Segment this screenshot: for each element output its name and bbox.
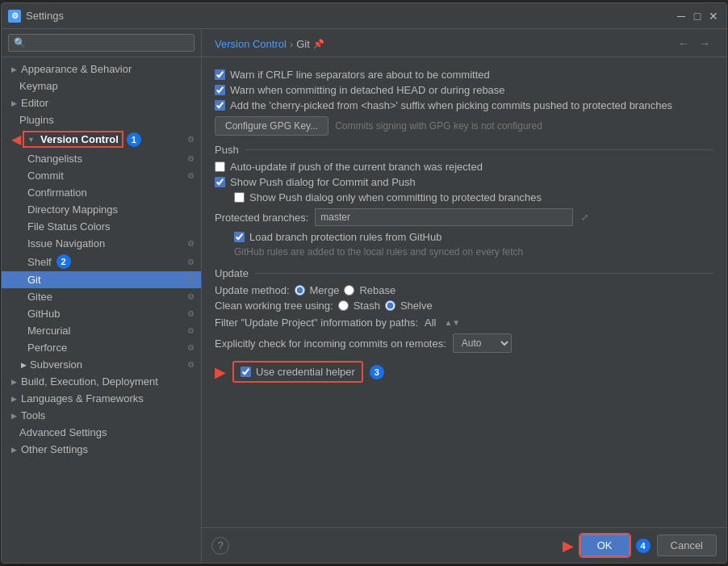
settings-icon: ⚙	[187, 239, 195, 248]
sidebar-item-label: Commit	[27, 170, 64, 182]
sidebar-item-keymap[interactable]: Keymap	[2, 78, 201, 94]
load-protection-checkbox[interactable]	[234, 232, 245, 242]
sidebar-item-github[interactable]: GitHub ⚙	[2, 305, 201, 322]
protected-branches-input[interactable]	[315, 208, 573, 226]
load-protection-sub: GitHub rules are added to the local rule…	[215, 246, 713, 258]
cancel-button[interactable]: Cancel	[657, 535, 717, 556]
sidebar-item-label: Issue Navigation	[27, 237, 105, 249]
incoming-row: Explicitly check for incoming commits on…	[215, 333, 713, 353]
show-push-dialog-row: Show Push dialog for Commit and Push	[215, 176, 713, 188]
maximize-button[interactable]: □	[691, 10, 704, 23]
shelve-label: Shelve	[400, 300, 433, 312]
sidebar-item-label: Version Control	[40, 133, 119, 145]
settings-icon: ⚙	[187, 135, 195, 144]
show-push-dialog-label: Show Push dialog for Commit and Push	[230, 176, 416, 188]
auto-update-checkbox[interactable]	[215, 161, 225, 172]
sidebar-item-gitee[interactable]: Gitee ⚙	[2, 288, 201, 305]
sidebar-item-appearance[interactable]: ▶ Appearance & Behavior	[2, 61, 201, 78]
settings-icon: ⚙	[187, 275, 195, 284]
sidebar-item-file-status[interactable]: File Status Colors	[2, 218, 201, 235]
sidebar-item-build[interactable]: ▶ Build, Execution, Deployment	[2, 373, 201, 390]
expand-icon: ▶	[11, 65, 21, 73]
cherry-pick-label: Add the 'cherry-picked from <hash>' suff…	[230, 99, 672, 111]
sidebar-item-label: Keymap	[19, 80, 58, 92]
annotation-badge-1: 1	[127, 132, 141, 147]
forward-button[interactable]: →	[696, 36, 713, 52]
warn-crlf-checkbox[interactable]	[215, 69, 225, 80]
sidebar-item-label: Directory Mappings	[27, 203, 118, 216]
close-button[interactable]: ✕	[707, 10, 720, 23]
sidebar-item-issue-navigation[interactable]: Issue Navigation ⚙	[2, 235, 201, 252]
merge-label: Merge	[310, 284, 340, 296]
settings-icon: ⚙	[187, 343, 195, 352]
warn-crlf-label: Warn if CRLF line separators are about t…	[230, 69, 490, 81]
update-method-label: Update method:	[215, 284, 290, 296]
help-button[interactable]: ?	[211, 537, 229, 555]
shelve-radio[interactable]	[385, 300, 395, 311]
annotation-arrow-4: ▶	[563, 537, 574, 555]
annotation-badge-2: 2	[56, 254, 71, 269]
sidebar-item-label: Confirmation	[27, 187, 87, 199]
sidebar-item-shelf[interactable]: Shelf 2 ⚙	[2, 252, 201, 271]
sidebar-item-changelists[interactable]: Changelists ⚙	[2, 150, 201, 167]
clean-working-tree-row: Clean working tree using: Stash Shelve	[215, 300, 713, 312]
bottom-bar: ? ▶ OK 4 Cancel	[202, 527, 726, 563]
sidebar-item-label: Mercurial	[27, 325, 70, 337]
sidebar-item-version-control[interactable]: ◀ ▼ Version Control 1 ⚙	[2, 128, 201, 150]
sidebar-item-advanced[interactable]: Advanced Settings	[2, 424, 201, 441]
stash-radio[interactable]	[338, 300, 349, 311]
settings-icon: ⚙	[187, 171, 195, 180]
sidebar-item-perforce[interactable]: Perforce ⚙	[2, 339, 201, 356]
load-protection-label: Load branch protection rules from GitHub	[249, 231, 441, 243]
configure-gpg-button[interactable]: Configure GPG Key...	[215, 116, 328, 136]
annotation-badge-3: 3	[370, 365, 384, 379]
gpg-status-text: Commits signing with GPG key is not conf…	[335, 120, 542, 132]
annotation-badge-4: 4	[636, 539, 651, 553]
sidebar-item-plugins[interactable]: Plugins	[2, 111, 201, 128]
sidebar-item-editor[interactable]: ▶ Editor	[2, 94, 201, 111]
breadcrumb-current: Git	[296, 38, 310, 50]
sidebar-item-label: Plugins	[19, 114, 54, 126]
push-section-label: Push	[215, 144, 239, 156]
sidebar-item-git[interactable]: Git ⚙	[2, 271, 201, 288]
breadcrumb: Version Control › Git 📌	[215, 38, 324, 50]
expand-icon: ▶	[21, 361, 27, 369]
sidebar-item-mercurial[interactable]: Mercurial ⚙	[2, 322, 201, 339]
filter-label: Filter "Update Project" information by p…	[215, 317, 418, 329]
back-button[interactable]: ←	[675, 36, 692, 52]
rebase-radio[interactable]	[344, 285, 354, 296]
credential-helper-checkbox[interactable]	[241, 367, 251, 377]
sidebar-item-label: Perforce	[27, 342, 67, 354]
checkbox-warn-detached: Warn when committing in detached HEAD or…	[215, 84, 713, 96]
merge-radio[interactable]	[295, 285, 305, 296]
sidebar: ▶ Appearance & Behavior Keymap ▶ Editor …	[2, 29, 202, 563]
show-push-protected-row: Show Push dialog only when committing to…	[215, 191, 713, 203]
push-section-header: Push	[215, 144, 713, 156]
show-push-protected-label: Show Push dialog only when committing to…	[249, 191, 542, 203]
search-container	[2, 29, 201, 57]
show-push-protected-checkbox[interactable]	[234, 192, 245, 203]
cherry-pick-checkbox[interactable]	[215, 100, 225, 111]
expand-field-button[interactable]: ⤢	[579, 211, 590, 224]
titlebar: ⚙ Settings ─ □ ✕	[2, 3, 726, 29]
filter-row: Filter "Update Project" information by p…	[215, 317, 713, 329]
sidebar-item-commit[interactable]: Commit ⚙	[2, 167, 201, 184]
search-input[interactable]	[8, 34, 195, 52]
sidebar-item-subversion[interactable]: ▶ Subversion ⚙	[2, 356, 201, 373]
sidebar-item-label: Tools	[21, 409, 45, 421]
sidebar-item-languages[interactable]: ▶ Languages & Frameworks	[2, 390, 201, 407]
show-push-dialog-checkbox[interactable]	[215, 177, 225, 187]
warn-detached-checkbox[interactable]	[215, 85, 225, 95]
minimize-button[interactable]: ─	[675, 10, 688, 23]
sidebar-item-other[interactable]: ▶ Other Settings	[2, 441, 201, 458]
sidebar-item-tools[interactable]: ▶ Tools	[2, 407, 201, 424]
settings-icon: ⚙	[187, 309, 195, 318]
expand-icon: ▼	[27, 136, 37, 144]
annotation-arrow-3: ▶	[215, 363, 226, 381]
ok-button[interactable]: OK	[580, 535, 630, 556]
sidebar-item-label: Subversion	[30, 358, 82, 371]
incoming-select[interactable]: Auto Always Never	[453, 333, 512, 353]
sidebar-item-confirmation[interactable]: Confirmation	[2, 184, 201, 201]
update-section-label: Update	[215, 267, 249, 279]
sidebar-item-directory-mappings[interactable]: Directory Mappings	[2, 201, 201, 218]
